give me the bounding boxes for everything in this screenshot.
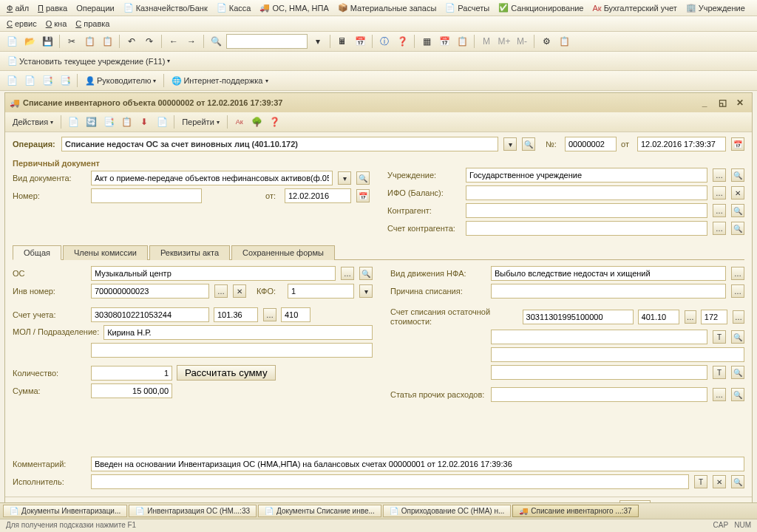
extra4-field[interactable] <box>491 387 707 402</box>
e3-t-icon[interactable]: T <box>713 366 726 379</box>
undo-icon[interactable]: ↶ <box>124 34 139 49</box>
inv-x-icon[interactable]: ✕ <box>233 284 246 298</box>
task-3[interactable]: 📄 Документы Списание инве... <box>258 505 381 517</box>
wo3-more-icon[interactable]: … <box>733 310 744 324</box>
ex-t-icon[interactable]: T <box>694 475 707 488</box>
e4-s-icon[interactable]: 🔍 <box>731 388 744 401</box>
task-2[interactable]: 📄 Инвентаризация ОС (НМ...:33 <box>129 505 257 517</box>
paste-icon[interactable]: 📋 <box>100 34 115 49</box>
ifo-more-icon[interactable]: … <box>713 186 726 200</box>
task-4[interactable]: 📄 Оприходование ОС (НМА) н... <box>383 505 511 517</box>
e1-t-icon[interactable]: T <box>713 330 726 344</box>
ac-search-icon[interactable]: 🔍 <box>731 222 744 235</box>
date2-field[interactable] <box>285 188 351 203</box>
grid-icon[interactable]: ▦ <box>419 34 434 49</box>
number-field[interactable] <box>91 188 202 203</box>
operation-field[interactable]: Списание недостач ОС за счет виновных ли… <box>61 137 498 151</box>
list-icon[interactable]: 📋 <box>557 34 571 49</box>
save-icon[interactable]: 💾 <box>40 34 55 49</box>
menu-service[interactable]: Сервис <box>3 18 41 30</box>
menu-windows[interactable]: Окна <box>42 18 71 30</box>
extra1-field[interactable] <box>491 330 707 344</box>
max-icon[interactable]: ◱ <box>715 95 730 110</box>
menu-os[interactable]: 🚚 ОС, НМА, НПА <box>256 1 332 14</box>
extra2-field[interactable] <box>491 347 744 362</box>
inv-field[interactable] <box>91 284 209 299</box>
set-org-button[interactable]: 📄 Установить текущее учреждение (F11) ▾ <box>4 55 173 67</box>
menu-sanction[interactable]: ✅ Санкционирование <box>495 1 587 14</box>
t5-icon[interactable]: ⬇ <box>137 115 152 129</box>
ak-icon[interactable]: Ак <box>232 115 247 129</box>
nav4-icon[interactable]: 📑 <box>58 73 72 88</box>
open-icon[interactable]: 📂 <box>22 34 37 49</box>
dept-field[interactable] <box>91 343 373 358</box>
close-icon[interactable]: ✕ <box>733 95 747 110</box>
ex-s-icon[interactable]: 🔍 <box>731 475 744 488</box>
tree-icon[interactable]: 🌳 <box>250 115 265 129</box>
ifo-x-icon[interactable]: ✕ <box>731 186 744 200</box>
exec-field[interactable] <box>91 474 689 489</box>
kfo-dd-icon[interactable]: ▾ <box>359 284 373 298</box>
mminus-icon[interactable]: M- <box>515 34 529 49</box>
reason-field[interactable] <box>491 284 726 299</box>
e3-s-icon[interactable]: 🔍 <box>731 366 744 379</box>
min-icon[interactable]: _ <box>697 95 712 110</box>
reason-more-icon[interactable]: … <box>731 284 744 298</box>
wo3-field[interactable] <box>701 310 727 324</box>
tab-members[interactable]: Члены комиссии <box>63 245 148 260</box>
date-field[interactable] <box>637 137 726 151</box>
cal-btn-icon[interactable]: 📅 <box>731 137 744 151</box>
doctype-field[interactable] <box>91 171 333 185</box>
acct2-field[interactable] <box>214 307 258 322</box>
contr-search-icon[interactable]: 🔍 <box>731 204 744 217</box>
menu-operations[interactable]: Операции <box>72 1 118 14</box>
inv-more-icon[interactable]: … <box>214 284 228 298</box>
acct2-more-icon[interactable]: … <box>263 308 276 321</box>
actions-button[interactable]: Действия ▾ <box>10 116 56 128</box>
tab-forms[interactable]: Сохраненные формы <box>231 245 335 260</box>
doctype-search-icon[interactable]: 🔍 <box>356 171 370 185</box>
wo1-field[interactable] <box>523 310 634 324</box>
menu-edit[interactable]: Правка <box>34 1 71 14</box>
menu-accounting[interactable]: Aк Бухгалтерский учет <box>588 1 680 14</box>
redo-icon[interactable]: ↷ <box>142 34 157 49</box>
comment-field[interactable] <box>91 457 744 471</box>
calc-icon[interactable]: 🖩 <box>335 34 350 49</box>
help2-icon[interactable]: ❓ <box>395 34 410 49</box>
contragent-field[interactable] <box>466 203 707 218</box>
acct-contr-field[interactable] <box>466 221 707 236</box>
acct1-field[interactable] <box>91 307 209 322</box>
nav2-icon[interactable]: 📄 <box>22 73 37 88</box>
t4-icon[interactable]: 📋 <box>119 115 134 129</box>
q-icon[interactable]: ❓ <box>268 115 282 129</box>
director-button[interactable]: 👤 Руководителю ▾ <box>82 75 159 87</box>
copy-icon[interactable]: 📋 <box>82 34 97 49</box>
menu-cash[interactable]: 📄 Касса <box>213 1 255 14</box>
help-icon[interactable]: ⓘ <box>377 34 392 49</box>
os-more-icon[interactable]: … <box>341 267 354 280</box>
search-input[interactable] <box>226 34 308 49</box>
doc-icon[interactable]: 📋 <box>455 34 469 49</box>
t3-icon[interactable]: 📑 <box>101 115 116 129</box>
os-search-icon[interactable]: 🔍 <box>359 267 373 280</box>
m-icon[interactable]: M <box>479 34 494 49</box>
menu-calc[interactable]: 📄 Расчеты <box>441 1 493 14</box>
wo2-more-icon[interactable]: … <box>685 310 696 324</box>
cal2-btn-icon[interactable]: 📅 <box>356 189 370 202</box>
nav1-icon[interactable]: 📄 <box>4 73 19 88</box>
qty-field[interactable] <box>91 366 172 381</box>
menu-help[interactable]: Справка <box>72 18 113 30</box>
e1-s-icon[interactable]: 🔍 <box>731 330 744 344</box>
op-dd-icon[interactable]: ▾ <box>503 137 517 151</box>
doctype-dd-icon[interactable]: ▾ <box>338 171 351 185</box>
ifo-field[interactable] <box>466 185 707 200</box>
cut-icon[interactable]: ✂ <box>64 34 79 49</box>
cal2-icon[interactable]: 📅 <box>437 34 452 49</box>
extra3-field[interactable] <box>491 365 707 380</box>
sum-field[interactable] <box>91 383 172 398</box>
org-search-icon[interactable]: 🔍 <box>731 168 744 182</box>
nav3-icon[interactable]: 📑 <box>40 73 55 88</box>
kfo-field[interactable] <box>288 284 354 299</box>
nfa-field[interactable] <box>491 266 726 281</box>
menu-treasury[interactable]: 📄 Казначейство/Банк <box>120 1 211 14</box>
